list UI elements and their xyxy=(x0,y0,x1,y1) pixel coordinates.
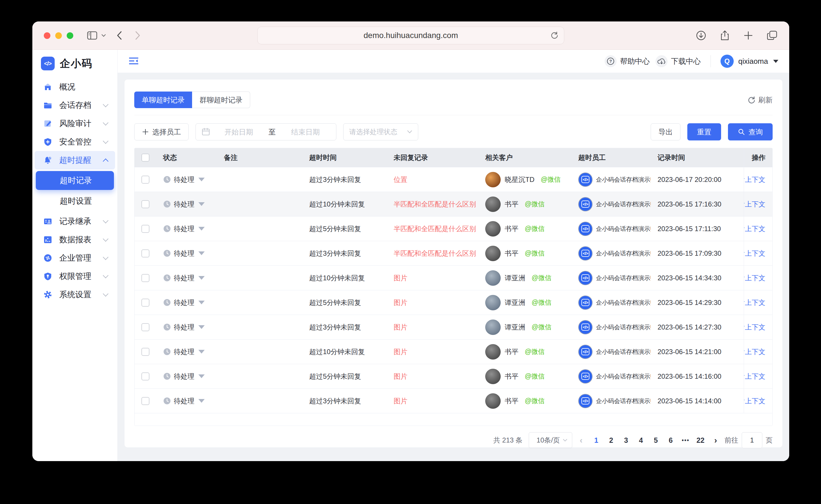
clock-icon xyxy=(163,200,171,208)
next-page-button[interactable]: › xyxy=(713,435,718,445)
row-checkbox[interactable] xyxy=(141,274,149,282)
reload-icon[interactable] xyxy=(550,31,559,40)
tab-overview-icon[interactable] xyxy=(767,30,778,41)
row-checkbox[interactable] xyxy=(141,372,149,380)
timeout-cell: 超过10分钟未回复 xyxy=(302,192,387,216)
row-checkbox[interactable] xyxy=(141,397,149,405)
row-checkbox[interactable] xyxy=(141,176,149,184)
page-size-select[interactable]: 10条/页 xyxy=(529,432,572,448)
record-time-cell: 2023-06-15 14:34:30 xyxy=(651,266,744,290)
status-dropdown[interactable]: 待处理 xyxy=(163,298,205,307)
view-context-link[interactable]: 查看上下文 xyxy=(744,298,766,307)
sidebar-item-enterprise[interactable]: 企业管理 xyxy=(35,249,115,267)
search-button[interactable]: 查询 xyxy=(728,123,773,140)
clock-icon xyxy=(163,397,171,405)
page-number-1[interactable]: 1 xyxy=(590,436,602,445)
status-dropdown[interactable]: 待处理 xyxy=(163,372,205,381)
browser-sidebar-toggle-icon[interactable] xyxy=(87,31,97,40)
column-header: 备注 xyxy=(217,148,302,167)
status-dropdown[interactable]: 待处理 xyxy=(163,200,205,209)
header-divider xyxy=(711,55,711,67)
sidebar-item-folder[interactable]: 会话存档 xyxy=(35,96,115,114)
tab-single-chat-timeout[interactable]: 单聊超时记录 xyxy=(134,92,192,108)
unreplied-record-cell: 图片 xyxy=(387,290,478,315)
sidebar-item-inherit[interactable]: 记录继承 xyxy=(35,212,115,231)
back-button[interactable] xyxy=(116,31,122,40)
sidebar-item-report[interactable]: 数据报表 xyxy=(35,231,115,249)
select-employee-button[interactable]: 选择员工 xyxy=(134,123,188,140)
page-number-4[interactable]: 4 xyxy=(635,436,647,445)
new-tab-icon[interactable] xyxy=(743,31,753,40)
close-window-button[interactable] xyxy=(44,32,50,39)
sidebar-item-bell[interactable]: 超时提醒 xyxy=(35,151,115,169)
sidebar-subitem[interactable]: 超时记录 xyxy=(36,171,114,190)
status-dropdown[interactable]: 待处理 xyxy=(163,175,205,184)
employee-code-avatar: </> xyxy=(578,271,592,285)
timeout-cell: 超过3分钟未回复 xyxy=(302,389,387,413)
view-context-link[interactable]: 查看上下文 xyxy=(744,396,766,406)
view-context-link[interactable]: 查看上下文 xyxy=(744,273,766,283)
refresh-button[interactable]: 刷新 xyxy=(747,95,773,105)
wechat-badge: @微信 xyxy=(541,175,560,184)
row-checkbox[interactable] xyxy=(141,323,149,331)
view-context-link[interactable]: 查看上下文 xyxy=(744,175,766,184)
view-context-link[interactable]: 查看上下文 xyxy=(744,323,766,332)
view-context-link[interactable]: 查看上下文 xyxy=(744,224,766,233)
page-numbers: 123456•••22 xyxy=(590,436,707,445)
page-number-6[interactable]: 6 xyxy=(665,436,677,445)
row-checkbox[interactable] xyxy=(141,200,149,208)
reset-button[interactable]: 重置 xyxy=(687,123,721,140)
collapse-menu-icon[interactable] xyxy=(128,57,139,66)
forward-button[interactable] xyxy=(134,31,141,40)
page-number-2[interactable]: 2 xyxy=(605,436,618,445)
status-dropdown[interactable]: 待处理 xyxy=(163,273,205,283)
sidebar-item-shield[interactable]: 安全管控 xyxy=(35,133,115,151)
record-time-cell: 2023-06-15 17:16:30 xyxy=(651,192,744,216)
sidebar-item-permission[interactable]: 权限管理 xyxy=(35,267,115,285)
row-checkbox[interactable] xyxy=(141,348,149,356)
share-icon[interactable] xyxy=(720,30,730,41)
sidebar-chevron-down-icon[interactable] xyxy=(101,34,106,37)
help-center-button[interactable]: ? 帮助中心 xyxy=(604,55,650,67)
table-row: 待处理 超过10分钟未回复 图片 书平@微信 </>企小码会话存档演示账号@员 … xyxy=(134,339,772,364)
status-dropdown[interactable]: 待处理 xyxy=(163,224,205,233)
address-bar[interactable]: demo.huihuacundang.com xyxy=(257,27,564,44)
unreplied-record-cell: 半匹配和全匹配是什么区别 xyxy=(387,217,478,241)
downloads-icon[interactable] xyxy=(696,30,706,41)
prev-page-button[interactable]: ‹ xyxy=(578,435,584,445)
page-number-22[interactable]: 22 xyxy=(694,436,707,445)
minimize-window-button[interactable] xyxy=(55,32,62,39)
page-number-3[interactable]: 3 xyxy=(620,436,633,445)
user-menu[interactable]: Q qixiaoma xyxy=(721,55,778,68)
page-number-5[interactable]: 5 xyxy=(650,436,662,445)
end-date-input[interactable]: 结束日期 xyxy=(291,127,320,137)
sidebar-item-settings[interactable]: 系统设置 xyxy=(35,285,115,304)
view-context-link[interactable]: 查看上下文 xyxy=(744,347,766,356)
status-dropdown[interactable]: 待处理 xyxy=(163,249,205,258)
select-all-checkbox[interactable] xyxy=(141,154,149,162)
download-center-button[interactable]: 下载中心 xyxy=(656,55,701,67)
status-dropdown[interactable]: 待处理 xyxy=(163,396,205,406)
start-date-input[interactable]: 开始日期 xyxy=(225,127,253,137)
view-context-link[interactable]: 查看上下文 xyxy=(744,249,766,258)
row-checkbox[interactable] xyxy=(141,225,149,233)
sidebar-item-home[interactable]: 概况 xyxy=(35,78,115,96)
status-select[interactable]: 请选择处理状态 xyxy=(343,123,418,140)
goto-page-input[interactable]: 1 xyxy=(742,432,762,448)
sidebar-item-audit[interactable]: 风险审计 xyxy=(35,114,115,133)
view-context-link[interactable]: 查看上下文 xyxy=(744,200,766,209)
export-button[interactable]: 导出 xyxy=(651,123,681,140)
date-range-picker[interactable]: 开始日期 至 结束日期 xyxy=(195,123,336,140)
row-checkbox[interactable] xyxy=(141,249,149,257)
row-checkbox[interactable] xyxy=(141,299,149,307)
zoom-window-button[interactable] xyxy=(67,32,73,39)
cloud-download-icon xyxy=(656,55,668,67)
tab-group-chat-timeout[interactable]: 群聊超时记录 xyxy=(192,92,250,108)
status-dropdown[interactable]: 待处理 xyxy=(163,323,205,332)
status-dropdown[interactable]: 待处理 xyxy=(163,347,205,356)
record-time-cell: 2023-06-15 14:14:00 xyxy=(651,389,744,413)
view-context-link[interactable]: 查看上下文 xyxy=(744,372,766,381)
wechat-badge: @微信 xyxy=(525,224,544,233)
status-label: 待处理 xyxy=(174,224,194,233)
sidebar-subitem[interactable]: 超时设置 xyxy=(36,192,114,211)
